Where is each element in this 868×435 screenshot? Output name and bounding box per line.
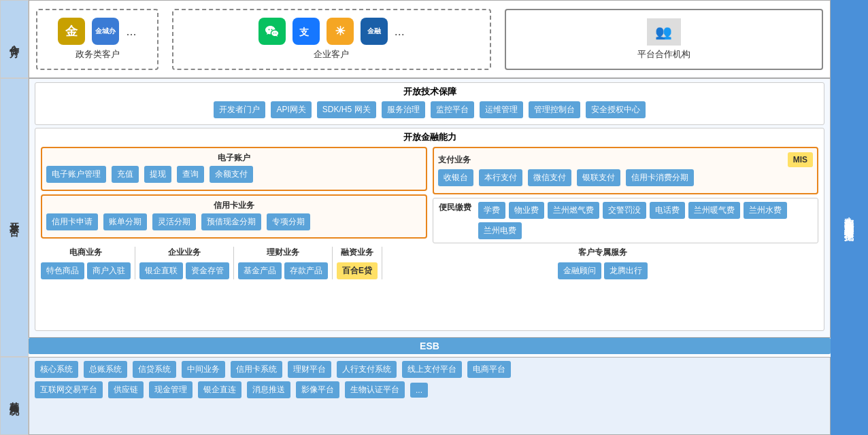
convenience-box: 便民缴费 学费 物业费 兰州燃气费 交警罚没 电话费 兰州暖气费 兰州水费 兰 xyxy=(433,198,819,243)
tech-item-0[interactable]: 开发者门户 xyxy=(214,101,265,118)
fb-0[interactable]: 百合E贷 xyxy=(337,262,378,279)
cc-2[interactable]: 灵活分期 xyxy=(152,213,196,230)
pay-0[interactable]: 收银台 xyxy=(438,169,473,186)
icon-jincw: 金城办 xyxy=(92,18,119,45)
tech-item-6[interactable]: 管理控制台 xyxy=(529,101,580,118)
cs-0[interactable]: 金融顾问 xyxy=(558,262,601,279)
gov-icons: 金 金城办 ... xyxy=(58,18,136,45)
platform-icon: 👥 xyxy=(647,18,681,46)
pay-4[interactable]: 信用卡消费分期 xyxy=(626,169,694,186)
base-r2-2[interactable]: 现金管理 xyxy=(149,381,193,398)
conv-5[interactable]: 兰州暖气费 xyxy=(688,202,740,219)
conv-7[interactable]: 兰州电费 xyxy=(478,222,522,239)
icon-jin: 金 xyxy=(58,18,85,45)
fb-title: 融资业务 xyxy=(341,247,373,258)
tech-items-row: 开发者门户 API网关 SDK/H5 网关 服务治理 监控平台 运维管理 管理控… xyxy=(41,101,818,118)
eb-0[interactable]: 银企直联 xyxy=(139,262,183,279)
enterprise-label: 企业客户 xyxy=(314,48,349,60)
tech-item-4[interactable]: 监控平台 xyxy=(431,101,474,118)
base-r1-6[interactable]: 人行支付系统 xyxy=(337,361,397,378)
tech-item-2[interactable]: SDK/H5 网关 xyxy=(317,101,376,118)
ec-1[interactable]: 商户入驻 xyxy=(87,262,131,279)
base-r2-0[interactable]: 互联网交易平台 xyxy=(35,381,103,398)
ecommerce-col: 电商业务 特色商品 商户入驻 xyxy=(41,247,131,279)
credit-card-box: 信用卡业务 信用卡申请 账单分期 灵活分期 预借现金分期 专项分期 xyxy=(41,194,427,239)
base-r2-4[interactable]: 消息推送 xyxy=(247,381,290,398)
icon-postal: ☀ xyxy=(327,18,354,45)
tech-item-3[interactable]: 服务治理 xyxy=(382,101,425,118)
ec-title: 电商业务 xyxy=(69,247,102,258)
conv-1[interactable]: 物业费 xyxy=(509,202,544,219)
base-r1-1[interactable]: 总账系统 xyxy=(84,361,127,378)
pay-title: 支付业务 xyxy=(438,154,471,166)
ec-0[interactable]: 特色商品 xyxy=(41,262,84,279)
icon-jinrong: 金融 xyxy=(361,18,388,45)
base-row1: 核心系统 总账系统 信贷系统 中间业务 信用卡系统 理财平台 人行支付系统 线上… xyxy=(35,361,824,378)
eb-1[interactable]: 资金存管 xyxy=(186,262,229,279)
wl-title: 理财业务 xyxy=(267,247,299,258)
customer-service-col: 客户专属服务 金融顾问 龙腾出行 xyxy=(386,247,818,279)
base-r1-5[interactable]: 理财平台 xyxy=(288,361,331,378)
conv-6[interactable]: 兰州水费 xyxy=(744,202,787,219)
cc-3[interactable]: 预借现金分期 xyxy=(201,213,261,230)
icon-wechat xyxy=(258,18,286,45)
elec-0[interactable]: 电子账户管理 xyxy=(46,166,106,183)
pay-2[interactable]: 微信支付 xyxy=(528,169,571,186)
left-labels: 合作方 开放平台 基础系统 xyxy=(0,0,29,435)
elec-1[interactable]: 充值 xyxy=(112,166,139,183)
svg-text:☀: ☀ xyxy=(335,24,346,38)
cc-0[interactable]: 信用卡申请 xyxy=(46,213,98,230)
base-r1-3[interactable]: 中间业务 xyxy=(182,361,225,378)
base-r1-8[interactable]: 电商平台 xyxy=(467,361,511,378)
base-r2-5[interactable]: 影像平台 xyxy=(296,381,339,398)
open-platform-section: 开放技术保障 开发者门户 API网关 SDK/H5 网关 服务治理 监控平台 运… xyxy=(29,78,831,338)
wl-1[interactable]: 存款产品 xyxy=(284,262,328,279)
conv-0[interactable]: 学费 xyxy=(478,202,505,219)
wealth-col: 理财业务 基金产品 存款产品 xyxy=(238,247,328,279)
elec-4[interactable]: 余额支付 xyxy=(210,166,253,183)
ent-biz-col: 企业业务 银企直联 资金存管 xyxy=(139,247,229,279)
tech-item-1[interactable]: API网关 xyxy=(271,101,311,118)
conv-4[interactable]: 电话费 xyxy=(650,202,685,219)
base-r1-4[interactable]: 信用卡系统 xyxy=(231,361,282,378)
label-open-platform: 开放平台 xyxy=(0,78,29,357)
cooperation-section: 金 金城办 ... 政务类客户 支 ☀ xyxy=(29,0,831,78)
pay-3[interactable]: 银联支付 xyxy=(577,169,620,186)
elec-title: 电子账户 xyxy=(46,152,422,164)
label-base-system: 基础系统 xyxy=(0,357,29,435)
cc-1[interactable]: 账单分期 xyxy=(103,213,147,230)
gov-more: ... xyxy=(126,24,136,39)
elec-3[interactable]: 查询 xyxy=(177,166,204,183)
base-r1-2[interactable]: 信贷系统 xyxy=(133,361,176,378)
base-r1-0[interactable]: 核心系统 xyxy=(35,361,78,378)
cc-title: 信用卡业务 xyxy=(46,200,422,211)
conv-2[interactable]: 兰州燃气费 xyxy=(548,202,599,219)
pay-1[interactable]: 本行支付 xyxy=(479,169,522,186)
right-label: 大数据智能风控与数据挖掘 xyxy=(831,0,868,435)
base-r2-3[interactable]: 银企直连 xyxy=(198,381,241,398)
base-r1-7[interactable]: 线上支付平台 xyxy=(402,361,462,378)
elec-2[interactable]: 提现 xyxy=(144,166,171,183)
svg-text:支: 支 xyxy=(299,27,310,37)
root: 合作方 开放平台 基础系统 金 金城办 ... 政务类客户 xyxy=(0,0,868,435)
tech-item-5[interactable]: 运维管理 xyxy=(480,101,523,118)
platform-label: 平台合作机构 xyxy=(637,48,690,60)
platform-partners-box: 👥 平台合作机构 xyxy=(505,9,824,70)
conv-3[interactable]: 交警罚没 xyxy=(603,202,646,219)
base-r2-1[interactable]: 供应链 xyxy=(108,381,144,398)
base-r2-7[interactable]: ... xyxy=(410,383,428,398)
finance-title: 开放金融能力 xyxy=(41,131,818,143)
tech-item-7[interactable]: 安全授权中心 xyxy=(586,101,646,118)
elec-items: 电子账户管理 充值 提现 查询 余额支付 xyxy=(46,166,422,183)
gov-label: 政务类客户 xyxy=(76,48,120,60)
cc-4[interactable]: 专项分期 xyxy=(267,213,310,230)
base-section: 核心系统 总账系统 信贷系统 中间业务 信用卡系统 理财平台 人行支付系统 线上… xyxy=(29,357,831,435)
cc-items: 信用卡申请 账单分期 灵活分期 预借现金分期 专项分期 xyxy=(46,213,422,230)
base-row2: 互联网交易平台 供应链 现金管理 银企直连 消息推送 影像平台 生物认证平台 .… xyxy=(35,381,824,398)
wl-0[interactable]: 基金产品 xyxy=(238,262,282,279)
esb-bar: ESB xyxy=(29,338,831,354)
cs-title: 客户专属服务 xyxy=(578,247,627,258)
cs-1[interactable]: 龙腾出行 xyxy=(604,262,648,279)
conv-title: 便民缴费 xyxy=(437,202,474,237)
base-r2-6[interactable]: 生物认证平台 xyxy=(345,381,405,398)
